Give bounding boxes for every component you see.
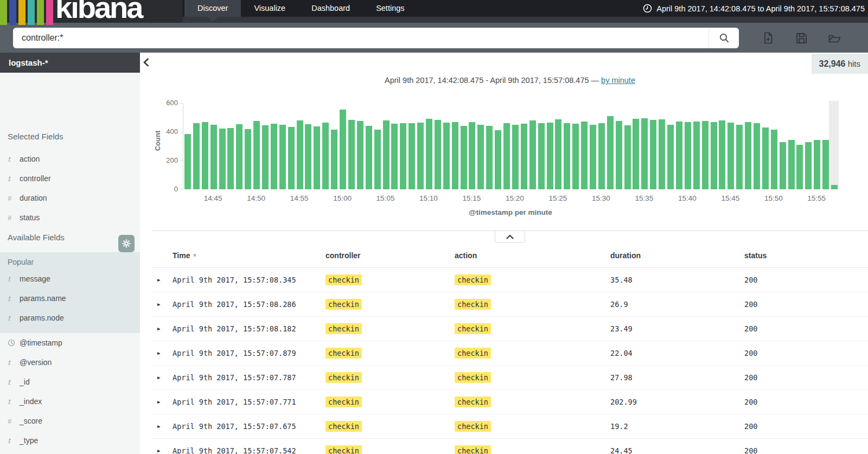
histogram-bar[interactable] [590,125,596,189]
expand-row-icon[interactable]: ▶ [157,439,160,454]
histogram-bar[interactable] [245,129,251,189]
histogram-bar[interactable] [702,121,709,189]
histogram-bar[interactable] [676,122,682,189]
column-header-controller[interactable]: controller [326,243,361,268]
search-input[interactable] [13,28,709,48]
field-item-_index[interactable]: t_index [0,392,140,411]
collapse-sidebar-button[interactable] [142,57,152,68]
new-search-button[interactable] [762,31,775,44]
histogram-bar[interactable] [461,126,467,189]
histogram-bar[interactable] [711,122,717,189]
histogram-bar[interactable] [305,124,311,189]
field-item-@timestamp[interactable]: @timestamp [0,333,140,353]
expand-row-icon[interactable]: ▶ [157,317,160,341]
histogram-bar[interactable] [788,140,795,189]
histogram-bar[interactable] [805,142,812,190]
histogram-bar[interactable] [762,127,769,189]
histogram-bar[interactable] [538,123,545,189]
histogram-bar[interactable] [426,119,432,189]
histogram-bar[interactable] [383,120,390,189]
save-search-button[interactable] [795,31,808,44]
histogram-bar[interactable] [572,124,579,189]
histogram-bar[interactable] [469,122,475,190]
histogram-bar[interactable] [659,119,665,189]
histogram-bar[interactable] [435,120,441,190]
field-item-_type[interactable]: t_type [0,431,140,450]
tab-visualize[interactable]: Visualize [241,0,298,17]
table-row[interactable]: ▶April 9th 2017, 15:57:08.345checkinchec… [152,268,868,292]
histogram-bar[interactable] [322,123,329,189]
histogram-bar[interactable] [288,127,295,189]
field-item-params.name[interactable]: tparams.name [0,289,140,308]
histogram-bar[interactable] [607,116,614,189]
histogram-bar[interactable] [814,140,820,189]
histogram-bar[interactable] [727,123,734,189]
field-item-params.node[interactable]: tparams.node [0,308,140,328]
expand-row-icon[interactable]: ▶ [157,366,160,390]
histogram-bar[interactable] [633,119,639,189]
histogram-bar[interactable] [391,124,398,189]
histogram-bar[interactable] [547,123,553,189]
histogram-bar[interactable] [202,122,208,190]
interval-link[interactable]: by minute [601,76,635,85]
histogram-bar[interactable] [667,125,674,189]
kibana-logo[interactable]: kibana [0,0,182,23]
table-row[interactable]: ▶April 9th 2017, 15:57:08.286checkinchec… [152,292,868,317]
histogram-bar[interactable] [452,122,458,189]
histogram-bar[interactable] [529,120,536,189]
histogram-bar[interactable] [796,145,803,189]
histogram-bar[interactable] [314,126,320,189]
field-item-duration[interactable]: #duration [0,188,140,208]
histogram-bar[interactable] [719,120,725,189]
histogram-bar[interactable] [357,121,363,189]
histogram-bar[interactable] [210,125,217,189]
expand-row-icon[interactable]: ▶ [157,414,160,439]
column-header-time[interactable]: Time▼ [173,243,197,268]
field-item-action[interactable]: taction [0,149,140,169]
histogram-bar[interactable] [409,123,415,189]
expand-row-icon[interactable]: ▶ [157,268,160,292]
histogram-bar[interactable] [521,124,527,189]
histogram-bar[interactable] [477,125,484,189]
expand-row-icon[interactable]: ▶ [157,390,160,414]
histogram-bar[interactable] [736,125,743,189]
histogram-bar[interactable] [227,128,234,189]
table-row[interactable]: ▶April 9th 2017, 15:57:08.182checkinchec… [152,317,868,341]
search-button[interactable] [709,28,739,48]
field-item-_id[interactable]: t_id [0,372,140,392]
histogram-bar[interactable] [331,130,337,190]
expand-row-icon[interactable]: ▶ [157,341,160,366]
histogram-bar[interactable] [598,123,605,189]
histogram-bar[interactable] [693,122,700,189]
histogram-bar[interactable] [236,124,242,189]
histogram-bar[interactable] [184,134,191,189]
histogram-bar[interactable] [754,123,760,189]
histogram-bar[interactable] [512,125,519,189]
histogram-bar[interactable] [219,129,226,189]
histogram-bar[interactable] [564,123,570,189]
histogram-bar[interactable] [193,123,200,189]
histogram-bar[interactable] [486,126,493,189]
histogram-bar[interactable] [271,124,277,189]
histogram-bar[interactable] [495,130,501,189]
histogram-bar[interactable] [555,119,561,189]
histogram-bar[interactable] [822,140,829,189]
histogram-bar[interactable] [641,118,648,189]
histogram-bar[interactable] [685,122,691,189]
column-header-action[interactable]: action [455,243,477,268]
histogram-bar[interactable] [253,121,260,189]
histogram-bar[interactable] [366,126,372,189]
table-row[interactable]: ▶April 9th 2017, 15:57:07.675checkinchec… [152,414,868,439]
histogram-bar[interactable] [581,122,588,189]
histogram-bar[interactable] [374,130,381,189]
histogram-bar[interactable] [780,142,786,190]
tab-dashboard[interactable]: Dashboard [298,0,363,17]
histogram-bar[interactable] [745,122,751,189]
histogram-bar[interactable] [503,123,510,189]
histogram-bar[interactable] [279,125,286,189]
histogram-bar[interactable] [616,121,622,189]
histogram-bar[interactable] [624,125,631,190]
histogram-bar[interactable] [400,123,406,189]
collapse-chart-button[interactable] [495,231,525,243]
column-header-duration[interactable]: duration [610,243,641,268]
